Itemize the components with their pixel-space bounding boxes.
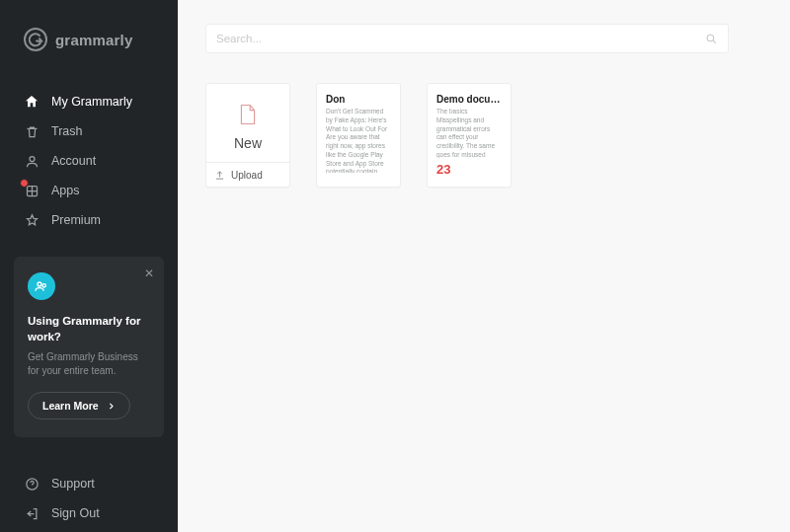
- svg-point-1: [30, 156, 35, 161]
- brand-name: grammarly: [55, 32, 133, 48]
- nav-label: Sign Out: [51, 506, 100, 520]
- search-icon: [705, 33, 718, 45]
- svg-point-6: [707, 35, 714, 41]
- search-bar[interactable]: [205, 24, 729, 53]
- home-icon: [24, 94, 40, 110]
- main-content: New Upload Don Don't Get Scammed by Fake…: [178, 0, 790, 532]
- promo-card: ✕ Using Grammarly for work? Get Grammarl…: [14, 257, 164, 437]
- trash-icon: [24, 123, 40, 139]
- svg-point-3: [38, 282, 41, 286]
- svg-point-4: [42, 284, 45, 287]
- close-icon[interactable]: ✕: [144, 266, 154, 280]
- document-title: Don: [326, 94, 391, 105]
- primary-nav: My Grammarly Trash Account Apps Pre: [0, 77, 178, 235]
- nav-apps[interactable]: Apps: [0, 176, 178, 205]
- nav-my-grammarly[interactable]: My Grammarly: [0, 87, 178, 116]
- help-icon: [24, 476, 40, 492]
- new-document-card[interactable]: New Upload: [205, 83, 290, 188]
- chevron-right-icon: [107, 402, 116, 411]
- new-label: New: [234, 135, 262, 151]
- nav-label: My Grammarly: [51, 95, 132, 109]
- upload-icon: [214, 170, 225, 181]
- nav-signout[interactable]: Sign Out: [0, 498, 178, 528]
- nav-label: Support: [51, 477, 95, 491]
- nav-account[interactable]: Account: [0, 146, 178, 176]
- nav-label: Account: [51, 154, 96, 168]
- team-icon: [28, 272, 55, 300]
- notification-badge: [20, 179, 29, 188]
- sidebar: grammarly My Grammarly Trash Account: [0, 0, 178, 532]
- brand-logo[interactable]: grammarly: [0, 0, 178, 77]
- promo-title: Using Grammarly for work?: [28, 314, 150, 344]
- nav-label: Trash: [51, 124, 83, 138]
- grammarly-logo-icon: [24, 28, 47, 51]
- star-icon: [24, 212, 40, 228]
- promo-subtitle: Get Grammarly Business for your entire t…: [28, 350, 150, 378]
- document-title: Demo document: [436, 94, 502, 105]
- user-icon: [24, 153, 40, 169]
- document-preview: The basics Misspellings and grammatical …: [436, 108, 502, 158]
- nav-support[interactable]: Support: [0, 469, 178, 498]
- document-score: 23: [436, 162, 502, 177]
- signout-icon: [24, 505, 40, 521]
- nav-premium[interactable]: Premium: [0, 205, 178, 235]
- search-input[interactable]: [216, 33, 705, 44]
- document-card[interactable]: Don Don't Get Scammed by Fake Apps: Here…: [316, 83, 401, 188]
- promo-cta-label: Learn More: [42, 400, 99, 412]
- upload-label: Upload: [231, 170, 263, 181]
- file-icon: [239, 104, 257, 125]
- document-grid: New Upload Don Don't Get Scammed by Fake…: [205, 83, 762, 188]
- nav-label: Premium: [51, 213, 101, 227]
- nav-label: Apps: [51, 184, 80, 197]
- learn-more-button[interactable]: Learn More: [28, 392, 130, 419]
- upload-button[interactable]: Upload: [206, 162, 289, 187]
- secondary-nav: Support Sign Out: [0, 469, 178, 532]
- apps-icon: [24, 183, 40, 198]
- nav-trash[interactable]: Trash: [0, 116, 178, 146]
- document-preview: Don't Get Scammed by Fake Apps: Here's W…: [326, 108, 391, 173]
- svg-point-0: [25, 29, 46, 50]
- document-card[interactable]: Demo document The basics Misspellings an…: [427, 83, 512, 188]
